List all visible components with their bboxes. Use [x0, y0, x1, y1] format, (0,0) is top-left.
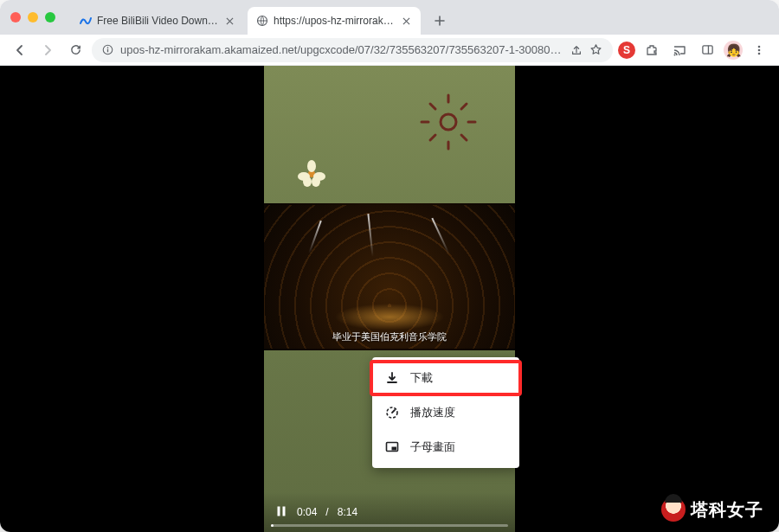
toolbar: upos-hz-mirrorakam.akamaized.net/upgcxco… — [0, 35, 779, 66]
video-context-menu: 下載 播放速度 子母畫面 — [372, 357, 519, 468]
tab-video[interactable]: https://upos-hz-mirrorakam.ak — [248, 7, 421, 35]
svg-rect-20 — [283, 506, 286, 516]
sun-doodle-icon — [418, 92, 479, 152]
window-controls — [10, 0, 71, 35]
svg-point-11 — [307, 160, 316, 172]
kebab-icon[interactable] — [748, 39, 770, 61]
video-poster-top — [264, 66, 515, 203]
svg-rect-5 — [702, 46, 711, 54]
close-window-button[interactable] — [10, 12, 21, 22]
tab-label: Free BiliBili Video Downloader — [97, 15, 218, 27]
tab-close-button[interactable] — [400, 15, 412, 27]
menu-item-pip[interactable]: 子母畫面 — [372, 430, 519, 465]
download-icon — [384, 370, 400, 386]
svg-point-3 — [107, 47, 109, 48]
cast-icon[interactable] — [668, 39, 691, 61]
svg-rect-19 — [278, 506, 280, 516]
favicon-nd-icon — [80, 15, 92, 27]
forward-button[interactable] — [36, 39, 59, 61]
back-button[interactable] — [9, 39, 31, 61]
svg-point-14 — [312, 176, 320, 187]
sidepanel-icon[interactable] — [696, 39, 718, 61]
extension-s-icon[interactable]: S — [618, 42, 635, 59]
new-tab-button[interactable] — [428, 9, 452, 33]
video-caption: 毕业于美国伯克利音乐学院 — [264, 330, 515, 343]
extensions-icon[interactable] — [641, 39, 663, 61]
menu-label: 子母畫面 — [410, 439, 455, 455]
address-bar[interactable]: upos-hz-mirrorakam.akamaized.net/upgcxco… — [92, 38, 613, 62]
progress-bar[interactable] — [271, 524, 508, 527]
pip-icon — [384, 439, 400, 455]
share-icon[interactable] — [570, 44, 583, 56]
maximize-window-button[interactable] — [45, 12, 55, 22]
site-info-icon — [102, 44, 113, 55]
svg-point-4 — [674, 54, 676, 55]
time-total: 8:14 — [338, 506, 357, 518]
tab-close-button[interactable] — [223, 15, 235, 27]
pause-button[interactable] — [274, 504, 288, 521]
reload-button[interactable] — [64, 39, 87, 61]
svg-point-8 — [758, 52, 761, 54]
svg-rect-2 — [107, 49, 108, 53]
menu-item-download[interactable]: 下載 — [372, 361, 519, 395]
profile-avatar[interactable]: 👧 — [724, 41, 743, 60]
tab-label: https://upos-hz-mirrorakam.ak — [274, 15, 395, 27]
star-icon[interactable] — [589, 43, 602, 56]
watermark-text: 塔科女子 — [691, 498, 763, 522]
svg-point-7 — [758, 48, 761, 51]
menu-label: 下載 — [410, 370, 433, 386]
video-column: 毕业于美国伯克利音乐学院 夜话 下載 播放速度 — [264, 66, 515, 532]
video-frame[interactable]: 毕业于美国伯克利音乐学院 夜话 — [264, 203, 515, 350]
watermark-avatar-icon — [661, 497, 686, 522]
browser-window: Free BiliBili Video Downloader https://u… — [0, 0, 779, 532]
svg-point-9 — [441, 114, 456, 130]
globe-icon — [256, 15, 268, 27]
time-current: 0:04 — [297, 506, 317, 518]
menu-item-speed[interactable]: 播放速度 — [372, 395, 519, 430]
speed-icon — [384, 405, 400, 420]
tab-bar: Free BiliBili Video Downloader https://u… — [0, 0, 779, 35]
video-poster-bottom: 下載 播放速度 子母畫面 0:04 / — [264, 350, 515, 532]
svg-point-6 — [758, 45, 761, 48]
tab-downloader[interactable]: Free BiliBili Video Downloader — [71, 7, 244, 35]
minimize-window-button[interactable] — [28, 12, 38, 22]
video-controls: 0:04 / 8:14 — [264, 492, 515, 532]
svg-rect-18 — [392, 447, 397, 451]
svg-point-15 — [303, 176, 312, 187]
time-sep: / — [325, 506, 328, 518]
page-viewport: 毕业于美国伯克利音乐学院 夜话 下載 播放速度 — [0, 66, 779, 532]
watermark: 塔科女子 — [661, 497, 763, 522]
menu-label: 播放速度 — [410, 405, 455, 420]
flower-doodle-icon — [297, 159, 326, 189]
url-text: upos-hz-mirrorakam.akamaized.net/upgcxco… — [120, 43, 563, 56]
